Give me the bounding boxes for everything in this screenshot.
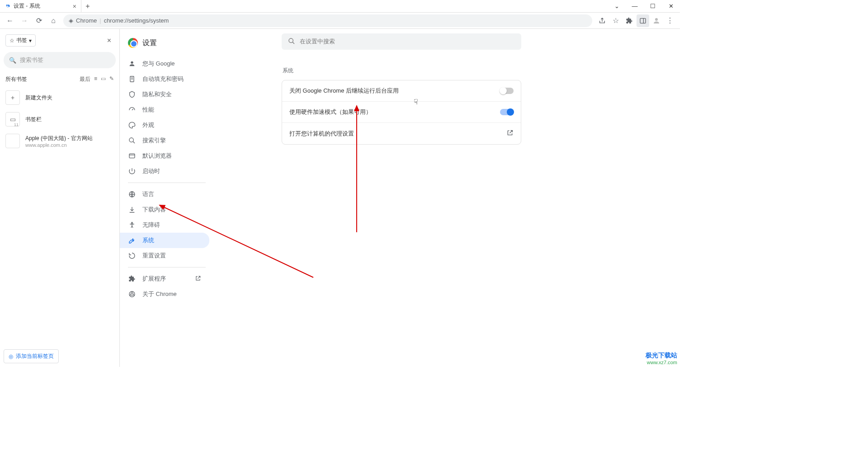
watermark-url: www.xz7.com: [646, 360, 677, 365]
bookmarks-dropdown[interactable]: ☆ 书签 ▾: [5, 34, 36, 47]
sidepanel-icon[interactable]: [637, 14, 649, 27]
forward-button[interactable]: →: [18, 14, 31, 27]
toggle-background-apps[interactable]: [500, 88, 514, 94]
wrench-icon: [128, 237, 136, 244]
new-folder-item[interactable]: + 新建文件夹: [4, 87, 116, 108]
star-icon: ☆: [9, 38, 14, 44]
row-proxy-settings[interactable]: 打开您计算机的代理设置: [282, 123, 521, 144]
settings-sidebar: 设置 您与 Google 自动填充和密码 隐私和安全 性能 外观 搜索引擎 默认…: [120, 29, 214, 367]
search-icon: [288, 38, 295, 46]
svg-point-19: [289, 38, 293, 42]
menu-dots-icon[interactable]: ⋮: [664, 14, 676, 27]
bookmark-title: Apple (中国大陆) - 官方网站: [25, 135, 93, 142]
folder-count: 11: [14, 122, 19, 127]
svg-line-17: [130, 295, 131, 295]
maximize-button[interactable]: ☐: [644, 0, 662, 13]
svg-line-9: [133, 141, 135, 143]
download-icon: [128, 206, 136, 213]
search-icon: [128, 137, 136, 144]
browser-tab[interactable]: 设置 - 系统 ×: [0, 0, 81, 12]
bookmark-item-apple[interactable]: Apple (中国大陆) - 官方网站 www.apple.com.cn: [4, 130, 116, 152]
system-settings-card: 关闭 Google Chrome 后继续运行后台应用 使用硬件加速模式（如果可用…: [282, 80, 521, 145]
clipboard-icon: [128, 75, 136, 83]
sort-label[interactable]: 最后: [80, 75, 90, 83]
nav-on-startup[interactable]: 启动时: [120, 164, 209, 179]
site-info-icon[interactable]: ◈: [69, 17, 73, 24]
row-label: 使用硬件加速模式（如果可用）: [289, 108, 372, 116]
settings-title: 设置: [142, 38, 157, 48]
chrome-outline-icon: [128, 291, 136, 298]
accessibility-icon: [128, 221, 136, 229]
filter-icon[interactable]: ≡: [94, 75, 97, 83]
cursor-icon: ☟: [414, 98, 418, 106]
svg-rect-0: [640, 18, 646, 23]
reload-button[interactable]: ⟳: [33, 14, 45, 27]
bookmarks-chip-label: 书签: [16, 37, 27, 44]
shield-icon: [128, 91, 136, 98]
add-current-tab-button[interactable]: ◎ 添加当前标签页: [4, 349, 59, 363]
svg-line-20: [292, 42, 294, 44]
row-label: 关闭 Google Chrome 后继续运行后台应用: [289, 87, 399, 95]
settings-search[interactable]: 在设置中搜索: [282, 33, 521, 50]
extensions-icon[interactable]: [623, 14, 636, 27]
close-window-button[interactable]: ✕: [662, 0, 680, 13]
nav-about-chrome[interactable]: 关于 Chrome: [120, 286, 209, 302]
url-bar: ← → ⟳ ⌂ ◈ Chrome | chrome://settings/sys…: [0, 13, 680, 29]
nav-default-browser[interactable]: 默认浏览器: [120, 148, 209, 164]
svg-rect-10: [129, 154, 135, 158]
back-button[interactable]: ←: [4, 14, 16, 27]
svg-line-18: [133, 295, 134, 295]
new-folder-label: 新建文件夹: [25, 94, 52, 102]
nav-accessibility[interactable]: 无障碍: [120, 217, 209, 233]
bookmark-star-icon[interactable]: ☆: [609, 14, 622, 27]
nav-system[interactable]: 系统: [120, 233, 209, 248]
chrome-logo-icon: [128, 38, 138, 48]
new-tab-button[interactable]: +: [81, 2, 94, 10]
bookmarks-search[interactable]: 🔍 搜索书签: [4, 52, 116, 68]
svg-point-2: [655, 18, 658, 21]
bookmarks-bar-label: 书签栏: [25, 116, 42, 123]
nav-privacy[interactable]: 隐私和安全: [120, 87, 209, 102]
bookmarks-bar-folder[interactable]: ▭11 书签栏: [4, 108, 116, 130]
nav-reset[interactable]: 重置设置: [120, 248, 209, 263]
section-title: 系统: [283, 67, 671, 75]
reset-icon: [128, 252, 136, 259]
svg-line-7: [132, 109, 133, 110]
share-icon[interactable]: [596, 14, 609, 27]
nav-languages[interactable]: 语言: [120, 187, 209, 202]
all-bookmarks-label: 所有书签: [5, 75, 27, 83]
nav-appearance[interactable]: 外观: [120, 117, 209, 133]
url-chip: Chrome: [76, 17, 97, 24]
chevron-down-icon[interactable]: ⌄: [608, 0, 626, 13]
nav-extensions[interactable]: 扩展程序: [120, 271, 209, 286]
home-button[interactable]: ⌂: [47, 14, 60, 27]
svg-point-3: [131, 61, 133, 64]
window-controls: ⌄ — ☐ ✕: [608, 0, 680, 13]
bookmark-url: www.apple.com.cn: [25, 142, 93, 148]
nav-downloads[interactable]: 下载内容: [120, 202, 209, 217]
tab-title: 设置 - 系统: [14, 2, 40, 10]
external-link-icon: [195, 275, 201, 283]
power-icon: [128, 168, 136, 175]
globe-icon: [128, 191, 136, 198]
tab-close-icon[interactable]: ×: [73, 3, 76, 10]
apple-icon: [5, 134, 20, 148]
nav-divider: [128, 183, 206, 183]
url-text: chrome://settings/system: [104, 17, 169, 24]
row-label: 打开您计算机的代理设置: [289, 130, 354, 138]
view-icon[interactable]: ▭: [101, 75, 106, 83]
url-separator: |: [99, 17, 101, 24]
edit-icon[interactable]: ✎: [109, 75, 114, 83]
row-hardware-accel[interactable]: 使用硬件加速模式（如果可用）: [282, 102, 521, 123]
nav-you-and-google[interactable]: 您与 Google: [120, 56, 209, 71]
nav-autofill[interactable]: 自动填充和密码: [120, 71, 209, 87]
minimize-button[interactable]: —: [626, 0, 644, 13]
row-background-apps[interactable]: 关闭 Google Chrome 后继续运行后台应用: [282, 80, 521, 102]
profile-icon[interactable]: [650, 14, 663, 27]
nav-performance[interactable]: 性能: [120, 102, 209, 117]
address-field[interactable]: ◈ Chrome | chrome://settings/system: [63, 14, 592, 27]
palette-icon: [128, 122, 136, 129]
close-panel-button[interactable]: ×: [104, 37, 114, 45]
nav-search-engine[interactable]: 搜索引擎: [120, 133, 209, 148]
toggle-hardware-accel[interactable]: [500, 109, 514, 115]
